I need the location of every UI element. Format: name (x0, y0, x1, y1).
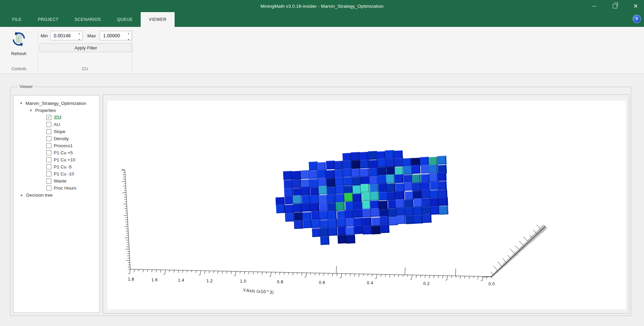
ribbon-group-separator (38, 29, 38, 72)
tree-item-density[interactable]: Density (13, 135, 100, 142)
close-button[interactable]: ✕ (633, 3, 639, 9)
tree-item-cu[interactable]: CU (13, 114, 100, 121)
spin-down-icon[interactable] (78, 36, 80, 42)
tree-item-slope[interactable]: Slope (13, 128, 100, 135)
refresh-button[interactable]: Refresh (3, 29, 35, 65)
checkbox-icon[interactable] (46, 143, 51, 148)
tab-file[interactable]: FILE (4, 12, 30, 27)
tab-scenarios[interactable]: SCENARIOS (66, 12, 109, 27)
ribbon-group-separator (132, 29, 132, 72)
checkbox-icon[interactable] (46, 129, 51, 134)
min-label: Min (41, 33, 48, 38)
max-spinner[interactable] (126, 31, 132, 40)
checkbox-icon[interactable] (46, 136, 51, 141)
checkbox-icon[interactable] (46, 157, 51, 162)
checkbox-icon[interactable] (46, 164, 51, 169)
viewer-groupbox: Viewer Marvin_Strategy_Optimization Prop… (10, 87, 631, 316)
max-spinbox[interactable] (100, 31, 132, 40)
window-title: MiningMath v3.0.16-insider - Marvin_Stra… (261, 4, 383, 9)
tree-item-waste[interactable]: Waste (13, 177, 100, 185)
max-label: Max (87, 33, 96, 38)
restore-button[interactable] (612, 3, 618, 9)
tree-item-process1[interactable]: Process1 (13, 142, 100, 149)
checkbox-icon[interactable] (46, 150, 51, 155)
close-icon: ✕ (633, 3, 638, 9)
cu-group-label: CU (38, 67, 132, 71)
checkbox-icon[interactable] (46, 178, 51, 184)
collapse-icon[interactable] (19, 100, 23, 107)
help-button[interactable]: ? (633, 15, 641, 23)
tree-item-p1cu-plus10[interactable]: P1 Cu +10 (13, 156, 100, 163)
3d-viewport[interactable] (107, 101, 626, 309)
refresh-icon (11, 31, 27, 47)
apply-filter-button[interactable]: Apply Filter (40, 43, 132, 52)
max-input[interactable] (100, 33, 126, 38)
tree-item-p1cu-plus5[interactable]: P1 Cu +5 (13, 149, 100, 156)
tree-item-au[interactable]: AU (13, 121, 100, 128)
tree-item-p1cu-minus5[interactable]: P1 Cu -5 (13, 163, 100, 170)
tree-node-properties[interactable]: Properties (13, 107, 100, 114)
help-icon: ? (636, 16, 638, 22)
refresh-label: Refresh (11, 51, 27, 56)
restore-icon (613, 4, 617, 8)
tree-node-root[interactable]: Marvin_Strategy_Optimization (13, 100, 100, 107)
min-spinbox[interactable] (50, 31, 83, 40)
checkbox-checked-icon[interactable] (46, 115, 51, 120)
tree-item-p1cu-minus10[interactable]: P1 Cu -10 (13, 170, 100, 177)
render-panel (103, 94, 629, 314)
window-controls: ✕ (591, 0, 639, 12)
tab-viewer[interactable]: VIEWER (141, 12, 174, 27)
expand-icon[interactable] (20, 192, 24, 199)
checkbox-icon[interactable] (46, 122, 51, 127)
controls-group-label: Controls (0, 67, 38, 71)
min-spinner[interactable] (76, 31, 82, 40)
tab-queue[interactable]: QUEUE (109, 12, 141, 27)
min-input[interactable] (51, 33, 76, 38)
tab-project[interactable]: PROJECT (30, 12, 66, 27)
tree-item-proc-hours[interactable]: Proc Hours (13, 185, 100, 192)
scenario-tree-panel: Marvin_Strategy_Optimization Properties … (13, 95, 100, 313)
ribbon: Refresh Min Max Apply Filter Controls CU (0, 27, 644, 74)
spin-up-icon[interactable] (78, 30, 80, 36)
ribbon-tab-bar: FILE PROJECT SCENARIOS QUEUE VIEWER (0, 12, 644, 27)
collapse-icon[interactable] (29, 107, 33, 114)
minimize-icon (592, 6, 596, 6)
minimize-button[interactable] (591, 3, 597, 9)
tree-node-decision-tree[interactable]: Decision tree (13, 192, 100, 199)
viewer-groupbox-label: Viewer (18, 84, 35, 89)
title-bar: MiningMath v3.0.16-insider - Marvin_Stra… (0, 0, 644, 12)
spin-down-icon[interactable] (128, 36, 130, 42)
checkbox-icon[interactable] (46, 171, 51, 176)
checkbox-icon[interactable] (46, 186, 51, 191)
spin-up-icon[interactable] (128, 30, 130, 36)
